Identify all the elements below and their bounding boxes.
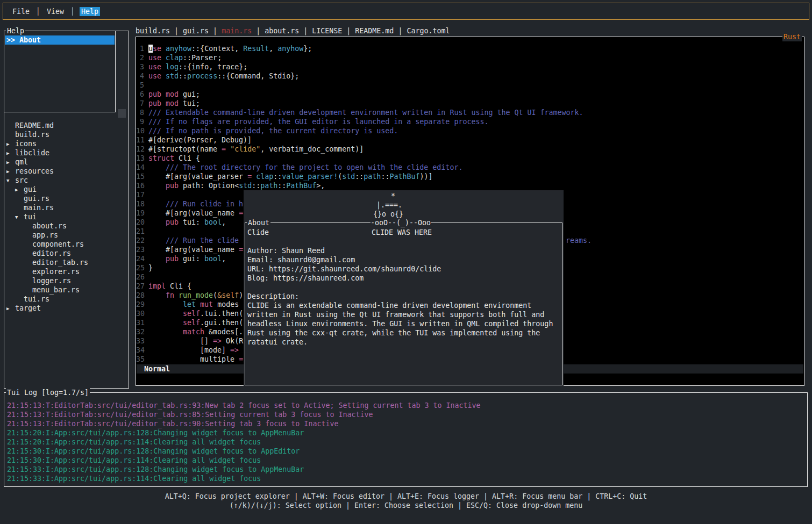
tree-item-libclide[interactable]: ▶libclide — [6, 148, 49, 157]
line-number: 18 — [136, 199, 144, 209]
code-token: Result — [243, 45, 269, 53]
explorer-scrollbar-thumb[interactable] — [118, 109, 126, 118]
code-line-8[interactable]: 8/// Extendable command-line driven deve… — [136, 108, 804, 117]
tab-readme.md[interactable]: README.md — [355, 27, 394, 35]
code-token: }; — [303, 45, 312, 53]
tree-item-tui[interactable]: ▼tui — [15, 212, 37, 221]
tree-item-icons[interactable]: ▶icons — [6, 139, 37, 148]
tree-item-about-rs[interactable]: about.rs — [32, 221, 67, 231]
line-number: 15 — [136, 172, 144, 181]
line-number: 35 — [136, 355, 144, 364]
tree-item-gui-rs[interactable]: gui.rs — [24, 194, 49, 203]
tree-item-resources[interactable]: ▶resources — [6, 167, 54, 176]
code-token: [mode] — [148, 346, 230, 354]
code-token — [148, 300, 183, 308]
code-line-12[interactable]: 12#[structopt(name = "clide", verbatim_d… — [136, 145, 804, 154]
editor-tab-bar: build.rs|gui.rs|main.rs|about.rs|LICENSE… — [136, 26, 450, 35]
code-token: ) — [239, 291, 243, 299]
tree-item-src[interactable]: ▼src — [6, 176, 28, 185]
menu-item-view[interactable]: View — [45, 7, 66, 16]
code-line-4[interactable]: 4use std::process::{Command, Stdio}; — [136, 71, 804, 81]
line-number: 10 — [136, 126, 144, 135]
line-number: 16 — [136, 181, 144, 190]
ascii-art-line: * — [391, 191, 395, 200]
log-entry: 21:15:13:T:EditorTab:src/tui/editor_tab.… — [7, 401, 481, 410]
code-token: modes — [213, 300, 243, 308]
tree-item-label: main.rs — [24, 204, 54, 212]
code-token: pub — [166, 218, 179, 226]
code-line-14[interactable]: 14 /// The root directory for the projec… — [136, 163, 804, 172]
tab-gui.rs[interactable]: gui.rs — [183, 27, 209, 35]
line-number: 26 — [136, 272, 144, 282]
code-token: se — [153, 45, 161, 53]
tree-item-gui[interactable]: ▶gui — [15, 185, 37, 194]
code-line-10[interactable]: 10/// If no path is provided, the curren… — [136, 126, 804, 135]
tree-item-editor-tab-rs[interactable]: editor_tab.rs — [32, 258, 88, 267]
code-line-9[interactable]: 9/// If no flags are provided, the GUI e… — [136, 117, 804, 126]
code-line-16[interactable]: 16 pub path: Option<std::path::PathBuf>, — [136, 181, 804, 190]
tree-item-readme-md[interactable]: README.md — [15, 121, 54, 130]
line-number: 22 — [136, 236, 144, 245]
tree-item-editor-rs[interactable]: editor.rs — [32, 249, 71, 258]
tree-item-menu-bar-rs[interactable]: menu_bar.rs — [32, 285, 80, 295]
code-token: Command, Stdio}; — [230, 72, 299, 80]
code-token: mod — [166, 90, 179, 98]
tree-item-main-rs[interactable]: main.rs — [24, 203, 54, 212]
code-token — [196, 300, 200, 308]
tree-item-qml[interactable]: ▶qml — [6, 157, 28, 167]
tab-build.rs[interactable]: build.rs — [136, 27, 170, 35]
code-token: clap — [166, 54, 183, 62]
code-token: #[arg(value_name — [148, 209, 239, 217]
line-number: 3 — [136, 62, 144, 71]
code-line-6[interactable]: 6pub mod gui; — [136, 90, 804, 99]
tab-license[interactable]: LICENSE — [312, 27, 342, 35]
tree-item-label: src — [15, 176, 28, 184]
tab-main.rs[interactable]: main.rs — [222, 27, 252, 35]
tab-about.rs[interactable]: about.rs — [265, 27, 299, 35]
code-token: tui; — [179, 99, 200, 107]
code-token: , — [234, 45, 243, 53]
code-line-1[interactable]: 1use anyhow::{Context, Result, anyhow}; — [136, 44, 804, 53]
menu-item-file[interactable]: File — [11, 7, 31, 16]
code-token: use — [148, 72, 161, 80]
code-line-3[interactable]: 3use log::{info, trace}; — [136, 62, 804, 71]
tree-item-label: app.rs — [32, 231, 58, 239]
tree-item-logger-rs[interactable]: logger.rs — [32, 276, 71, 285]
help-menu-item-about[interactable]: >> About — [5, 35, 115, 45]
log-entry: 21:15:13:T:EditorTab:src/tui/editor_tab.… — [7, 419, 338, 428]
code-line-7[interactable]: 7pub mod tui; — [136, 99, 804, 108]
code-token — [148, 255, 166, 263]
code-token: /// The root directory for the project t… — [148, 163, 462, 171]
tree-item-build-rs[interactable]: build.rs — [15, 130, 49, 139]
line-number: 11 — [136, 135, 144, 145]
help-dropdown-panel: Help >> About — [4, 31, 116, 112]
code-line-13[interactable]: 13struct Cli { — [136, 154, 804, 163]
code-token: fn — [166, 291, 174, 299]
code-token: = — [247, 173, 252, 181]
code-token: run_mode — [179, 291, 213, 299]
code-token: pub — [148, 90, 161, 98]
tree-item-app-rs[interactable]: app.rs — [32, 231, 58, 240]
code-line-5[interactable]: 5 — [136, 81, 804, 90]
about-body-line: Author: Shaun Reed — [247, 246, 325, 255]
tree-item-target[interactable]: ▶target — [6, 304, 41, 313]
code-token: #[arg(value_parser — [148, 173, 247, 181]
tab-cargo.toml[interactable]: Cargo.toml — [407, 27, 450, 35]
tab-separator: | — [346, 27, 351, 35]
tree-item-tui-rs[interactable]: tui.rs — [24, 295, 49, 304]
code-token: } — [148, 264, 153, 272]
code-token: &self — [217, 291, 239, 299]
tree-item-explorer-rs[interactable]: explorer.rs — [32, 267, 80, 276]
line-number: 34 — [136, 346, 144, 355]
menu-item-help[interactable]: Help — [80, 7, 100, 16]
code-token: , — [222, 218, 226, 226]
code-token: ::{ — [191, 45, 204, 53]
code-token: let — [183, 300, 196, 308]
code-line-11[interactable]: 11#[derive(Parser, Debug)] — [136, 135, 804, 145]
code-line-15[interactable]: 15 #[arg(value_parser = clap::value_pars… — [136, 172, 804, 181]
tree-item-component-rs[interactable]: component.rs — [32, 240, 84, 249]
code-line-2[interactable]: 2use clap::Parser; — [136, 53, 804, 62]
tree-item-label: icons — [15, 140, 37, 148]
code-token: tui: — [179, 218, 204, 226]
code-token: bool — [204, 218, 222, 226]
